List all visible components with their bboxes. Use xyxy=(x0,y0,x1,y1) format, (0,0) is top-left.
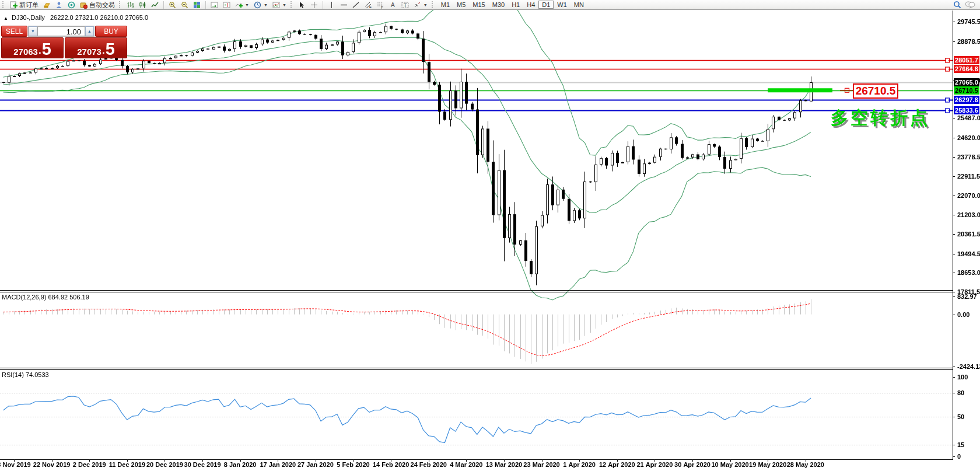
dropdown-arrow-icon: ▼ xyxy=(282,3,286,7)
candle-chart-mode-button[interactable] xyxy=(137,1,148,9)
rsi-label: RSI(14) 74.0533 xyxy=(2,371,49,378)
community-button[interactable] xyxy=(54,1,65,9)
new-order-icon xyxy=(10,1,18,9)
periods-button[interactable]: ▼ xyxy=(252,1,270,9)
toolbar-grip xyxy=(432,1,435,8)
bar-chart-mode-button[interactable] xyxy=(125,1,136,9)
timeframe-button-H4[interactable]: H4 xyxy=(523,1,538,9)
cursor-icon xyxy=(298,1,306,9)
vline-tool-button[interactable] xyxy=(326,1,337,9)
volume-spinner: ▼ 1.00 ▲ xyxy=(28,26,94,37)
horizontal-line-icon xyxy=(340,1,348,9)
gold-ingot-icon xyxy=(43,1,51,9)
add-indicator-button[interactable]: ▼ xyxy=(233,1,251,9)
timeframe-toolbar: M1M5M15M30H1H4D1W1MN xyxy=(438,1,587,9)
axis-price-label: 27664.8 xyxy=(954,65,979,73)
line-chart-icon xyxy=(151,1,159,9)
chart-shift-icon xyxy=(223,1,230,9)
tile-windows-icon xyxy=(193,1,201,9)
line-chart-mode-button[interactable] xyxy=(149,1,160,9)
chart-shift-button[interactable] xyxy=(221,1,232,9)
fibonacci-icon: F xyxy=(377,1,384,9)
search-icon[interactable] xyxy=(953,1,961,9)
svg-text:A: A xyxy=(391,2,395,8)
ohlc-bars-icon xyxy=(127,1,134,9)
trendline-icon xyxy=(352,1,360,9)
sell-price-button[interactable]: 27063.5 xyxy=(1,37,64,58)
symbol-period-label: DJ30-,Daily xyxy=(12,14,45,21)
axis-price-label: 26297.8 xyxy=(954,96,979,104)
timeframe-button-M15[interactable]: M15 xyxy=(469,1,488,9)
timeframe-button-M30[interactable]: M30 xyxy=(489,1,508,9)
template-icon xyxy=(272,1,280,9)
volume-decrease-button[interactable]: ▼ xyxy=(29,26,37,36)
volume-input[interactable]: 1.00 xyxy=(37,26,85,36)
hline-tool-button[interactable] xyxy=(338,1,349,9)
timeframe-button-W1[interactable]: W1 xyxy=(554,1,570,9)
zoom-out-button[interactable] xyxy=(179,1,190,9)
candlestick-icon xyxy=(139,1,146,9)
zoom-out-icon xyxy=(181,1,188,9)
timeframe-button-MN[interactable]: MN xyxy=(570,1,587,9)
volume-increase-button[interactable]: ▲ xyxy=(85,26,94,36)
autotrade-button[interactable]: 自动交易 xyxy=(78,1,117,9)
channel-tool-button[interactable]: E xyxy=(363,1,374,9)
chat-icon[interactable] xyxy=(965,1,975,9)
toolbar-grip xyxy=(290,1,294,8)
toolbar-separator xyxy=(323,1,323,9)
tile-windows-button[interactable] xyxy=(191,1,202,9)
axis-price-label: 26710.5 xyxy=(954,86,979,95)
crosshair-icon xyxy=(310,1,318,9)
templates-button[interactable]: ▼ xyxy=(271,1,288,9)
broadcast-icon xyxy=(68,1,75,9)
arrows-tool-button[interactable]: ▼ xyxy=(412,1,429,9)
cursor-tool-button[interactable] xyxy=(296,1,307,9)
arrows-icon xyxy=(414,1,421,9)
main-toolbar: 新订单 自动交易 xyxy=(0,0,980,10)
toolbar-separator xyxy=(205,1,206,9)
sell-button[interactable]: SELL xyxy=(1,26,27,37)
buy-price-button[interactable]: 27073.5 xyxy=(65,37,127,58)
svg-text:E: E xyxy=(369,5,372,9)
price-tag-box: 26710.5 xyxy=(853,83,898,99)
zoom-in-button[interactable] xyxy=(167,1,178,9)
zoom-in-icon xyxy=(169,1,176,9)
axis-price-label: 27065.0 xyxy=(954,78,979,86)
broadcast-button[interactable] xyxy=(66,1,77,9)
person-icon xyxy=(55,1,63,9)
buy-button[interactable]: BUY xyxy=(95,26,127,37)
ohlc-values: 26222.0 27321.0 26210.0 27065.0 xyxy=(50,14,148,21)
timeframe-button-M5[interactable]: M5 xyxy=(453,1,469,9)
toolbar-separator xyxy=(163,1,164,9)
trendline-tool-button[interactable] xyxy=(351,1,362,9)
timeframe-button-H1[interactable]: H1 xyxy=(508,1,523,9)
text-tool-button[interactable]: A xyxy=(387,1,398,9)
dropdown-arrow-icon: ▼ xyxy=(424,3,428,7)
toolbar-grip xyxy=(2,1,6,8)
text-icon: A xyxy=(389,1,397,9)
equidistant-channel-icon: E xyxy=(365,1,372,9)
add-indicator-icon xyxy=(235,1,243,9)
autoscroll-button[interactable] xyxy=(209,1,220,9)
text-label-icon: T xyxy=(401,1,409,9)
label-tool-button[interactable]: T xyxy=(400,1,411,9)
crosshair-tool-button[interactable] xyxy=(309,1,320,9)
autoscroll-icon xyxy=(211,1,218,9)
autotrade-icon xyxy=(80,1,88,9)
chart-canvas[interactable] xyxy=(0,0,980,471)
dropdown-arrow-icon: ▼ xyxy=(245,3,249,7)
new-order-label: 新订单 xyxy=(19,1,38,9)
toolbar-grip xyxy=(119,1,123,8)
new-order-button[interactable]: 新订单 xyxy=(8,1,40,9)
axis-price-label: 25833.6 xyxy=(954,106,979,114)
collapse-triangle-icon: ▲ xyxy=(4,16,8,21)
timeframe-button-M1[interactable]: M1 xyxy=(438,1,453,9)
gold-button[interactable] xyxy=(41,1,52,9)
one-click-trading-panel: SELL ▼ 1.00 ▲ BUY 27063.5 27073.5 xyxy=(1,26,127,58)
axis-price-label: 28051.7 xyxy=(954,56,979,64)
turning-point-annotation: 多空转折点 xyxy=(831,106,930,130)
timeframe-button-D1[interactable]: D1 xyxy=(538,1,554,9)
fibonacci-tool-button[interactable]: F xyxy=(375,1,386,9)
clock-icon xyxy=(254,1,261,9)
macd-label: MACD(12,26,9) 684.92 506.19 xyxy=(2,294,89,301)
